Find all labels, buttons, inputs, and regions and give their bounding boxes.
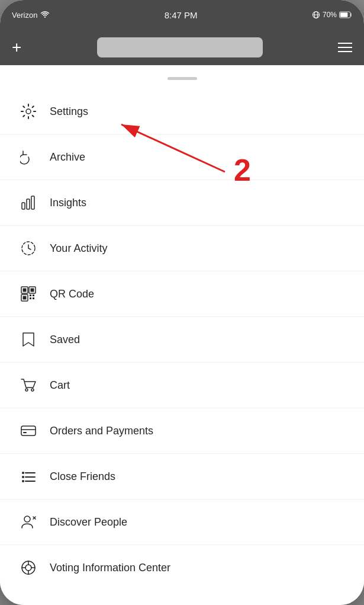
- status-bar: Verizon 8:47 PM 70%: [0, 0, 364, 30]
- menu-item-archive[interactable]: Archive: [0, 135, 364, 180]
- insights-icon: [17, 191, 40, 215]
- menu-item-voting[interactable]: Voting Information Center: [0, 545, 364, 590]
- battery-icon: [339, 11, 352, 18]
- orders-icon: [17, 419, 40, 443]
- menu-item-your-activity[interactable]: Your Activity: [0, 226, 364, 271]
- svg-point-28: [22, 480, 24, 482]
- globe-icon: [312, 11, 320, 19]
- svg-point-0: [44, 17, 46, 18]
- orders-label: Orders and Payments: [50, 425, 153, 437]
- hamburger-menu-button[interactable]: [338, 43, 352, 52]
- svg-rect-20: [33, 297, 34, 299]
- menu-item-close-friends[interactable]: Close Friends: [0, 454, 364, 500]
- svg-rect-9: [31, 196, 34, 209]
- your-activity-label: Your Activity: [50, 242, 107, 255]
- search-input[interactable]: [97, 37, 263, 57]
- svg-rect-16: [23, 296, 27, 300]
- cart-icon: [17, 373, 40, 397]
- voting-icon: [17, 556, 40, 580]
- svg-point-27: [22, 476, 24, 478]
- svg-rect-15: [31, 289, 34, 292]
- menu-item-settings[interactable]: Settings: [0, 89, 364, 135]
- svg-point-22: [31, 389, 34, 391]
- svg-rect-14: [23, 289, 27, 292]
- menu-item-insights[interactable]: Insights: [0, 180, 364, 226]
- discover-icon: [17, 510, 40, 534]
- close-friends-label: Close Friends: [50, 470, 115, 483]
- add-button[interactable]: +: [12, 38, 21, 57]
- activity-icon: [17, 236, 40, 260]
- carrier-text: Verizon: [12, 11, 37, 20]
- archive-icon: [17, 145, 40, 169]
- menu-item-discover[interactable]: Discover People: [0, 500, 364, 545]
- archive-label: Archive: [50, 151, 85, 164]
- close-friends-icon: [17, 465, 40, 488]
- menu-item-saved[interactable]: Saved: [0, 317, 364, 363]
- discover-label: Discover People: [50, 516, 127, 529]
- status-time: 8:47 PM: [165, 10, 198, 20]
- svg-point-21: [25, 389, 28, 391]
- svg-rect-8: [27, 199, 30, 209]
- phone-frame: Verizon 8:47 PM 70%: [0, 0, 364, 605]
- menu-line-2: [338, 47, 352, 48]
- menu-item-qr-code[interactable]: QR Code: [0, 271, 364, 317]
- menu-line-3: [338, 51, 352, 52]
- svg-point-36: [25, 565, 31, 571]
- battery-text: 70%: [323, 11, 337, 19]
- pull-handle: [167, 77, 197, 80]
- settings-icon: [17, 100, 40, 123]
- cart-label: Cart: [50, 379, 70, 392]
- menu-content: Settings Archive Insights: [0, 65, 364, 605]
- svg-rect-19: [30, 297, 31, 299]
- toolbar: +: [0, 30, 364, 65]
- svg-rect-17: [30, 295, 31, 296]
- voting-label: Voting Information Center: [50, 562, 170, 574]
- status-right: 70%: [312, 11, 352, 19]
- settings-label: Settings: [50, 105, 88, 118]
- svg-rect-23: [21, 426, 36, 436]
- svg-point-26: [22, 472, 24, 474]
- status-left: Verizon: [12, 11, 50, 20]
- saved-icon: [17, 328, 40, 351]
- svg-rect-5: [340, 12, 348, 17]
- menu-item-cart[interactable]: Cart: [0, 363, 364, 408]
- qr-code-icon: [17, 282, 40, 306]
- svg-rect-18: [33, 295, 34, 296]
- saved-label: Saved: [50, 334, 80, 346]
- wifi-icon: [40, 11, 50, 18]
- menu-item-orders[interactable]: Orders and Payments: [0, 408, 364, 454]
- menu-line-1: [338, 43, 352, 44]
- svg-point-32: [24, 516, 30, 522]
- qr-code-label: QR Code: [50, 288, 94, 300]
- svg-point-6: [26, 109, 31, 114]
- svg-rect-7: [22, 203, 25, 209]
- insights-label: Insights: [50, 197, 86, 209]
